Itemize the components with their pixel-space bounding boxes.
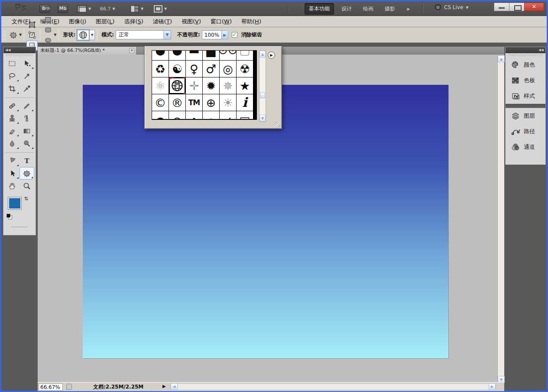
shape-square-outline[interactable]: □: [236, 111, 253, 119]
ellipse-tool-button[interactable]: [42, 35, 54, 45]
shape-compass[interactable]: ✛: [185, 77, 203, 94]
menu-item-window[interactable]: 窗口(W): [206, 16, 236, 27]
drag-handle[interactable]: [508, 54, 543, 56]
custom-shape-tool[interactable]: [19, 167, 34, 180]
shape-checkbox-check[interactable]: ✓: [219, 111, 237, 119]
menu-item-image[interactable]: 图像(I): [65, 16, 91, 27]
options-bar-grip[interactable]: [3, 29, 6, 41]
scroll-up-icon[interactable]: ▲: [259, 51, 266, 58]
shape-sunburst[interactable]: ☀: [219, 94, 237, 111]
shape-registered[interactable]: ®: [169, 94, 186, 111]
opacity-input[interactable]: 100%: [202, 30, 222, 39]
maximize-button[interactable]: [509, 3, 525, 11]
shape-star[interactable]: ★: [236, 77, 253, 94]
blur-tool[interactable]: [5, 137, 19, 150]
tools-panel-header[interactable]: ◀◀: [3, 47, 36, 53]
more-workspaces-button[interactable]: »: [402, 4, 414, 14]
workspace-basic[interactable]: 基本功能: [305, 3, 334, 15]
default-colors-icon[interactable]: [6, 214, 13, 219]
eraser-tool[interactable]: [5, 125, 19, 137]
workspace-design[interactable]: 设计: [337, 3, 356, 14]
shape-triangle[interactable]: △: [202, 111, 220, 119]
close-button[interactable]: [524, 3, 544, 11]
rectangle-tool-button[interactable]: [42, 14, 54, 25]
menu-item-filter[interactable]: 滤镜(T): [149, 16, 176, 27]
workspace-painting[interactable]: 绘画: [359, 3, 377, 14]
panel-flyout-button[interactable]: ▶: [268, 51, 275, 59]
rounded-rectangle-tool-button[interactable]: [42, 25, 54, 35]
shape-blob-bottom-2[interactable]: ●: [169, 50, 186, 61]
menu-item-layer[interactable]: 图层(L): [91, 16, 119, 27]
antialias-checkbox[interactable]: ✓: [232, 32, 237, 38]
move-tool[interactable]: [19, 57, 34, 70]
spot-healing-brush-tool[interactable]: [5, 100, 19, 112]
workspace-photography[interactable]: 摄影: [381, 3, 399, 14]
shape-raindrop[interactable]: ●: [152, 111, 169, 119]
current-shape-preview[interactable]: [77, 30, 89, 40]
swap-colors-icon[interactable]: ⇄: [23, 196, 29, 200]
vertical-scrollbar[interactable]: ▲ ▼: [497, 55, 504, 383]
rectangular-marquee-tool[interactable]: [5, 57, 19, 70]
menu-item-select[interactable]: 选择(S): [120, 16, 147, 27]
shape-globe[interactable]: [169, 77, 186, 94]
scroll-down-icon[interactable]: ▼: [259, 115, 266, 122]
zoom-level-button[interactable]: 66.7 ▼: [100, 4, 115, 13]
shape-trademark[interactable]: TM: [185, 94, 203, 111]
shape-bar-bottom[interactable]: ▬: [185, 50, 203, 61]
shape-recycle[interactable]: ♻: [152, 60, 169, 77]
status-flyout-button[interactable]: ▶: [162, 384, 166, 389]
status-zoom-input[interactable]: 66.67%: [39, 383, 63, 391]
resize-grip[interactable]: [275, 122, 280, 127]
document-tab[interactable]: 未标题-1 @ 66.7%(RGB/8) * ✕: [38, 47, 136, 55]
shape-outline-bottom[interactable]: ▢: [236, 50, 253, 61]
blend-mode-select[interactable]: 正常 ▼: [116, 30, 171, 39]
freeform-pen-tool-button[interactable]: [42, 4, 54, 14]
chevron-down-icon[interactable]: ▼: [19, 33, 22, 37]
launch-mini-bridge-button[interactable]: Mb: [58, 4, 68, 13]
scrollbar-thumb[interactable]: [260, 92, 265, 98]
shape-car-bottom[interactable]: ▄: [202, 50, 220, 61]
shape-prohibit[interactable]: ⊘: [169, 111, 186, 119]
shape-female[interactable]: ♀: [185, 60, 203, 77]
gradient-tool[interactable]: [19, 125, 34, 137]
paths-button[interactable]: [26, 30, 38, 40]
brush-tool[interactable]: [19, 100, 34, 112]
clone-stamp-tool[interactable]: [5, 112, 19, 125]
pen-tool[interactable]: [5, 154, 19, 167]
menu-item-view[interactable]: 视图(V): [177, 16, 205, 27]
eyedropper-tool[interactable]: [19, 82, 34, 95]
panel-button-channels[interactable]: 通道: [506, 139, 545, 155]
scroll-up-icon[interactable]: ▲: [498, 55, 505, 62]
shape-blob-bottom[interactable]: ●: [152, 50, 169, 61]
shape-male[interactable]: ♂: [202, 60, 220, 77]
view-extras-button[interactable]: ▼: [77, 4, 91, 13]
panel-button-layers[interactable]: 图层: [506, 108, 545, 124]
type-tool[interactable]: T: [19, 154, 34, 167]
shape-picker-dropdown-button[interactable]: ▼: [89, 30, 95, 40]
shape-info[interactable]: i: [236, 94, 253, 111]
hand-tool[interactable]: [5, 180, 19, 192]
arrange-documents-button[interactable]: ▼: [130, 4, 143, 13]
dock-header[interactable]: ◀◀: [506, 47, 545, 53]
shape-yin-yang[interactable]: ☯: [169, 60, 186, 77]
shape-starburst[interactable]: ✹: [202, 77, 220, 94]
history-brush-tool[interactable]: [19, 112, 34, 125]
close-tab-icon[interactable]: ✕: [129, 48, 134, 53]
scroll-left-icon[interactable]: ◀: [171, 383, 178, 389]
tool-preset-picker-button[interactable]: [8, 30, 19, 40]
zoom-tool[interactable]: [19, 180, 34, 192]
horizontal-scrollbar[interactable]: ◀ ▶: [170, 383, 496, 390]
shape-picker-scrollbar[interactable]: ▲ ▼: [259, 50, 266, 122]
chevron-down-icon[interactable]: ▼: [54, 33, 56, 37]
path-selection-tool[interactable]: [5, 167, 19, 180]
panel-button-paths[interactable]: 路径: [506, 124, 545, 139]
shape-radioactive[interactable]: ☢: [236, 60, 253, 77]
shape-layers-button[interactable]: [26, 19, 38, 30]
shape-atom[interactable]: ⚛: [152, 77, 169, 94]
panel-button-swatches[interactable]: 色板: [506, 73, 545, 88]
shape-bullseye[interactable]: ◎: [219, 60, 237, 77]
scroll-right-icon[interactable]: ▶: [489, 383, 496, 389]
minimize-button[interactable]: [494, 3, 509, 11]
menu-item-help[interactable]: 帮助(H): [237, 16, 266, 27]
crop-tool[interactable]: [5, 82, 19, 95]
